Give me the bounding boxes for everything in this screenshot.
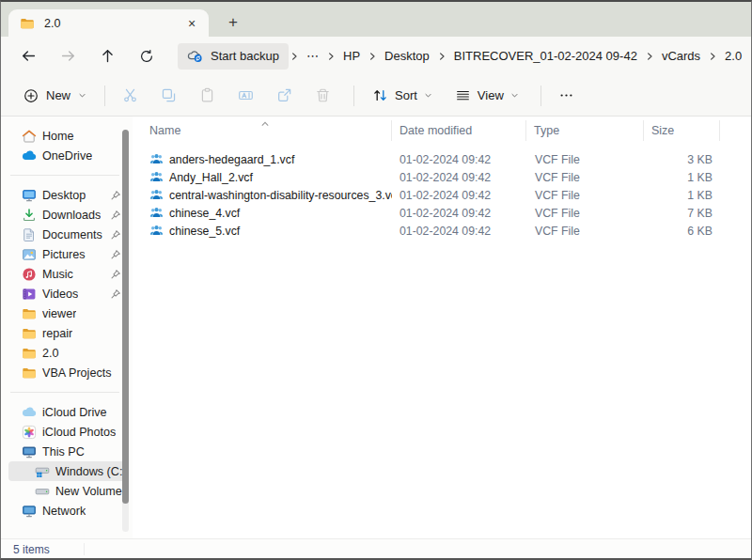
navigation-bar: Start backup ⋯HPDesktopBITRECOVER_01-02-… <box>1 37 751 75</box>
sidebar-divider <box>10 175 119 176</box>
breadcrumb-item[interactable]: vCards <box>655 43 707 70</box>
column-header-label: Type <box>534 124 559 137</box>
sidebar-item-pictures[interactable]: Pictures <box>8 244 127 264</box>
copy-button[interactable] <box>152 80 184 112</box>
cut-button[interactable] <box>114 80 146 112</box>
file-size: 7 KB <box>644 207 715 220</box>
sidebar-item-documents[interactable]: Documents <box>8 225 127 244</box>
sidebar-item-vba-projects[interactable]: VBA Projects <box>8 363 127 382</box>
sidebar-item-onedrive[interactable]: OneDrive <box>8 146 127 165</box>
breadcrumb-item[interactable]: BITRECOVER_01-02-2024 09-42 <box>447 43 644 70</box>
column-header-size[interactable]: Size <box>644 120 720 141</box>
file-date-modified: 01-02-2024 09:42 <box>392 225 526 238</box>
folder-icon <box>22 346 37 361</box>
pin-icon <box>110 190 121 201</box>
file-row[interactable]: anders-hedegaard_1.vcf01-02-2024 09:42VC… <box>133 150 751 168</box>
file-size: 1 KB <box>644 171 715 184</box>
sidebar-item-network[interactable]: Network <box>8 501 127 521</box>
network-icon <box>22 504 37 519</box>
tab-current-folder[interactable]: 2.0 × <box>8 9 209 37</box>
arrow-up-icon <box>100 48 116 64</box>
sidebar-item-new-volume-d[interactable]: New Volume (D:) <box>8 481 127 501</box>
item-count: 5 items <box>13 543 50 556</box>
new-tab-button[interactable]: + <box>221 10 245 33</box>
new-button[interactable]: New <box>14 80 96 112</box>
file-date-modified: 01-02-2024 09:42 <box>392 153 526 166</box>
sidebar-item-2-0[interactable]: 2.0 <box>8 343 127 363</box>
desktop-icon <box>22 188 37 203</box>
sidebar-item-label: Network <box>42 505 86 518</box>
delete-button[interactable] <box>306 80 338 112</box>
sidebar-item-label: New Volume (D:) <box>55 485 127 498</box>
file-date-modified: 01-02-2024 09:42 <box>392 171 526 184</box>
file-row[interactable]: chinese_5.vcf01-02-2024 09:42VCF File6 K… <box>133 222 751 240</box>
file-type: VCF File <box>526 153 644 166</box>
sidebar-item-music[interactable]: Music <box>8 264 127 284</box>
back-button[interactable] <box>12 41 44 71</box>
sidebar-item-downloads[interactable]: Downloads <box>8 205 127 225</box>
file-size: 6 KB <box>644 225 715 238</box>
sidebar-scrollbar-thumb[interactable] <box>122 130 129 504</box>
paste-button[interactable] <box>191 80 223 112</box>
sidebar-item-label: repair <box>42 327 72 340</box>
vcard-icon <box>149 206 164 220</box>
sort-button-label: Sort <box>395 88 417 102</box>
sidebar-item-label: VBA Projects <box>42 366 112 380</box>
file-name: anders-hedegaard_1.vcf <box>169 153 294 166</box>
vcard-icon <box>149 152 164 166</box>
view-button[interactable]: View <box>446 80 528 112</box>
see-more-button[interactable] <box>550 80 584 112</box>
file-date-modified: 01-02-2024 09:42 <box>392 189 526 202</box>
sidebar-item-windows-c[interactable]: Windows (C:) <box>8 461 127 481</box>
sort-button[interactable]: Sort <box>363 80 442 112</box>
sidebar-item-icloud-photos[interactable]: iCloud Photos <box>8 422 127 442</box>
sidebar-item-videos[interactable]: Videos <box>8 284 127 303</box>
file-row[interactable]: chinese_4.vcf01-02-2024 09:42VCF File7 K… <box>133 204 751 222</box>
breadcrumb-item[interactable]: HP <box>337 43 367 70</box>
file-row[interactable]: Andy_Hall_2.vcf01-02-2024 09:42VCF File1… <box>133 168 751 186</box>
start-backup-button[interactable]: Start backup <box>178 43 289 70</box>
icloud-drive-icon <box>22 405 37 420</box>
folder-icon <box>20 16 35 31</box>
up-button[interactable] <box>91 41 123 71</box>
file-type: VCF File <box>526 171 644 184</box>
chevron-right-icon <box>645 52 654 61</box>
file-size: 3 KB <box>644 153 715 166</box>
column-header-name[interactable]: Name <box>149 120 392 141</box>
sidebar-item-label: 2.0 <box>42 347 59 360</box>
refresh-button[interactable] <box>131 41 163 71</box>
more-icon <box>558 87 574 103</box>
copy-icon <box>161 87 177 103</box>
column-header-date-modified[interactable]: Date modified <box>392 120 526 141</box>
close-tab-icon[interactable]: × <box>180 13 203 34</box>
breadcrumb-item[interactable]: ⋯ <box>300 43 325 70</box>
file-name-cell: chinese_5.vcf <box>149 224 392 238</box>
sidebar-item-repair[interactable]: repair <box>8 323 127 343</box>
new-button-label: New <box>46 88 70 102</box>
tab-title: 2.0 <box>44 17 180 30</box>
plus-circle-icon <box>24 88 39 103</box>
breadcrumb-item[interactable]: 2.0 <box>718 43 748 70</box>
sidebar-item-desktop[interactable]: Desktop <box>8 185 127 205</box>
share-button[interactable] <box>268 80 300 112</box>
sidebar-scrollbar-track[interactable] <box>122 130 129 532</box>
this-pc-icon <box>22 444 37 459</box>
folder-icon <box>22 366 37 381</box>
sidebar-item-icloud-drive[interactable]: iCloud Drive <box>8 402 127 422</box>
pictures-icon <box>22 247 37 262</box>
chevron-right-icon <box>437 52 446 61</box>
column-header-type[interactable]: Type <box>526 120 644 141</box>
sidebar-item-home[interactable]: Home <box>8 126 127 146</box>
forward-button[interactable] <box>52 41 84 71</box>
sidebar-item-this-pc[interactable]: This PC <box>8 442 127 461</box>
file-name-cell: chinese_4.vcf <box>149 206 392 220</box>
refresh-icon <box>139 49 154 64</box>
chevron-right-icon <box>368 52 377 61</box>
file-type: VCF File <box>526 189 644 202</box>
sidebar-item-label: Home <box>42 130 74 143</box>
sidebar-item-viewer[interactable]: viewer <box>8 303 127 323</box>
sidebar-item-label: Pictures <box>42 248 86 261</box>
rename-button[interactable] <box>229 80 261 112</box>
breadcrumb-item[interactable]: Desktop <box>378 43 436 70</box>
file-row[interactable]: central-washington-disability-resources_… <box>133 186 751 204</box>
